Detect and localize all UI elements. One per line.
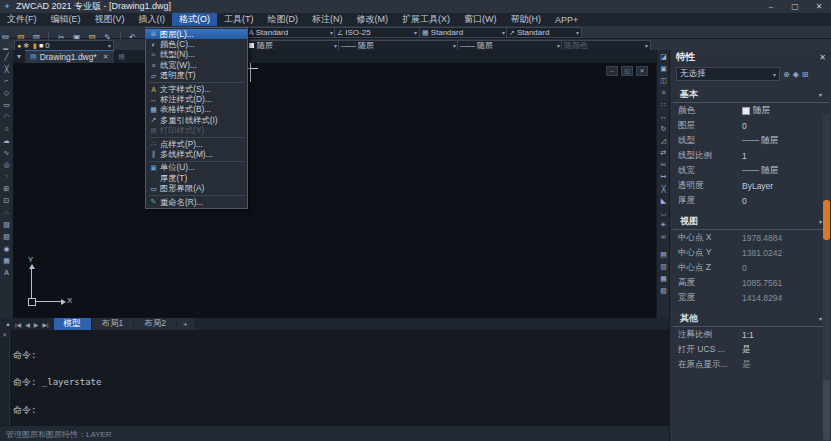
rectangle-icon[interactable]: ▭ — [1, 99, 12, 111]
chamfer-icon[interactable]: ◣ — [658, 195, 669, 207]
make-block-icon[interactable]: ⊡ — [1, 195, 12, 207]
pickadd-toggle-icon[interactable]: ⊕ — [783, 70, 790, 79]
document-close-icon[interactable]: ✕ — [103, 53, 109, 61]
insert-block-icon[interactable]: ⊞ — [1, 183, 12, 195]
layer-match-icon[interactable]: ▥ — [658, 261, 669, 273]
chevron-down-icon[interactable]: ▾ — [557, 42, 560, 49]
menu-item-mleader-style[interactable]: ↗ 多重引线样式(I) — [146, 115, 247, 125]
viewport-minimize-button[interactable]: – — [606, 66, 618, 76]
property-value[interactable]: 0 — [742, 196, 747, 206]
menu-item-units[interactable]: ▣ 单位(U)... — [146, 163, 247, 173]
scale-icon[interactable]: ◿ — [658, 135, 669, 147]
menu-item-text-style[interactable]: A 文字样式(S)... — [146, 84, 247, 94]
move-icon[interactable]: ↔ — [658, 111, 669, 123]
menu-insert[interactable]: 插入(I) — [132, 13, 173, 26]
properties-panel-header[interactable]: 特性 ✕ — [670, 50, 831, 65]
section-view-header[interactable]: 视图 ▾ — [673, 215, 829, 230]
layer-color-chip-icon[interactable]: ■ — [39, 42, 43, 49]
menu-app-plus[interactable]: APP+ — [548, 13, 585, 26]
menu-modify[interactable]: 修改(M) — [350, 13, 396, 26]
join-icon[interactable]: ∞ — [658, 231, 669, 243]
explode-icon[interactable]: ✳ — [658, 219, 669, 231]
rotate-icon[interactable]: ↻ — [658, 123, 669, 135]
menu-help[interactable]: 帮助(H) — [504, 13, 549, 26]
stretch-icon[interactable]: ⇄ — [658, 147, 669, 159]
menu-item-thickness[interactable]: 厚度(T) — [146, 173, 247, 183]
menu-item-table-style[interactable]: ▦ 表格样式(B)... — [146, 105, 247, 115]
quick-select-icon[interactable]: ⊞ — [802, 70, 809, 79]
polyline-icon[interactable]: ⌐ — [1, 75, 12, 87]
menu-item-layer[interactable]: ≣ 图层(L)... — [146, 29, 247, 39]
ellipse-arc-icon[interactable]: ◝ — [1, 171, 12, 183]
menu-tools[interactable]: 工具(T) — [217, 13, 261, 26]
chevron-down-icon[interactable]: ▾ — [502, 29, 505, 36]
point-icon[interactable]: ∴ — [1, 207, 12, 219]
maximize-button[interactable]: ▢ — [783, 0, 807, 13]
property-value[interactable]: ByLayer — [742, 181, 773, 191]
select-objects-icon[interactable]: ◈ — [793, 70, 799, 79]
tab-menu-icon[interactable]: ▲ — [5, 321, 11, 327]
chevron-down-icon[interactable]: ▾ — [453, 42, 456, 49]
property-value[interactable]: 是 — [742, 344, 751, 356]
extend-icon[interactable]: ↦ — [658, 171, 669, 183]
collapse-chevron-icon[interactable]: ▾ — [819, 91, 822, 98]
layer-freeze-icon[interactable]: ❄ — [23, 42, 29, 50]
layer-lock-icon[interactable]: ▮ — [33, 42, 37, 50]
arc-icon[interactable]: ◠ — [1, 111, 12, 123]
tab-collapse-icon[interactable]: ▼ — [13, 50, 25, 63]
layer-previous-icon[interactable]: ▤ — [658, 249, 669, 261]
menu-view[interactable]: 视图(V) — [88, 13, 132, 26]
close-button[interactable]: ✕ — [807, 0, 831, 13]
properties-close-icon[interactable]: ✕ — [819, 53, 826, 62]
menu-item-transparency[interactable]: ▱ 透明度(T) — [146, 71, 247, 81]
menu-edit[interactable]: 编辑(E) — [44, 13, 88, 26]
viewport-restore-button[interactable]: ◱ — [621, 66, 633, 76]
chevron-down-icon[interactable]: ▾ — [773, 71, 776, 78]
section-basic-header[interactable]: 基本 ▾ — [673, 88, 829, 103]
menu-item-lineweight[interactable]: ≡ 线宽(W)... — [146, 60, 247, 70]
erase-icon[interactable]: ◪ — [658, 51, 669, 63]
viewport-close-button[interactable]: ✕ — [636, 66, 648, 76]
dim-style-combo[interactable]: ∠ ISO-25 ▾ — [334, 27, 420, 38]
property-value[interactable]: 0 — [742, 121, 747, 131]
panel-scrollbar[interactable] — [823, 114, 830, 441]
copy-object-icon[interactable]: ▣ — [658, 63, 669, 75]
spline-icon[interactable]: ∿ — [1, 147, 12, 159]
menu-item-color[interactable]: ◐ 颜色(C)... — [146, 39, 247, 49]
chevron-down-icon[interactable]: ▾ — [576, 29, 579, 36]
layer-on-bulb-icon[interactable]: ● — [17, 42, 21, 49]
add-layout-button[interactable]: + — [177, 318, 194, 330]
chevron-down-icon[interactable]: ▾ — [108, 42, 111, 49]
chevron-down-icon[interactable]: ▾ — [330, 29, 333, 36]
revcloud-icon[interactable]: ☁ — [1, 135, 12, 147]
offset-icon[interactable]: ≡ — [658, 87, 669, 99]
menu-window[interactable]: 窗口(W) — [457, 13, 504, 26]
selection-combo[interactable]: 无选择 ▾ — [676, 67, 780, 81]
menu-item-drawing-limits[interactable]: ▭ 图形界限(A) — [146, 183, 247, 193]
layer-off-icon[interactable]: ▧ — [658, 285, 669, 297]
command-line-panel[interactable]: ✕ 命令: 命令: _layerstate 命令: 命令: 命令: _layer… — [0, 330, 669, 425]
hatch-icon[interactable]: ▨ — [1, 219, 12, 231]
property-value[interactable]: 1 — [742, 151, 747, 161]
panel-scrollbar-thumb[interactable] — [823, 200, 830, 240]
mtext-icon[interactable]: A — [1, 267, 12, 279]
collapse-chevron-icon[interactable]: ▾ — [819, 315, 822, 322]
tab-layout1[interactable]: 布局1 — [92, 318, 134, 330]
break-icon[interactable]: ╳ — [658, 183, 669, 195]
next-tab-icon[interactable]: ▶ — [34, 321, 39, 328]
table-icon[interactable]: ▦ — [1, 255, 12, 267]
collapse-chevron-icon[interactable]: ▾ — [819, 218, 822, 225]
property-value[interactable]: —— 随层 — [742, 165, 778, 177]
region-icon[interactable]: ◉ — [1, 243, 12, 255]
fillet-icon[interactable]: ◡ — [658, 207, 669, 219]
menu-item-point-style[interactable]: ∴ 点样式(P)... — [146, 139, 247, 149]
tab-layout2[interactable]: 布局2 — [134, 318, 176, 330]
chevron-down-icon[interactable]: ▾ — [334, 42, 337, 49]
chevron-down-icon[interactable]: ▾ — [414, 29, 417, 36]
mirror-icon[interactable]: ◫ — [658, 75, 669, 87]
line-icon[interactable]: ╱ — [1, 51, 12, 63]
menu-draw[interactable]: 绘图(D) — [261, 13, 306, 26]
prev-tab-icon[interactable]: ◀ — [25, 321, 30, 328]
drawing-canvas[interactable]: – ◱ ✕ Y X — [13, 63, 656, 318]
first-tab-icon[interactable]: |◀ — [15, 321, 21, 328]
